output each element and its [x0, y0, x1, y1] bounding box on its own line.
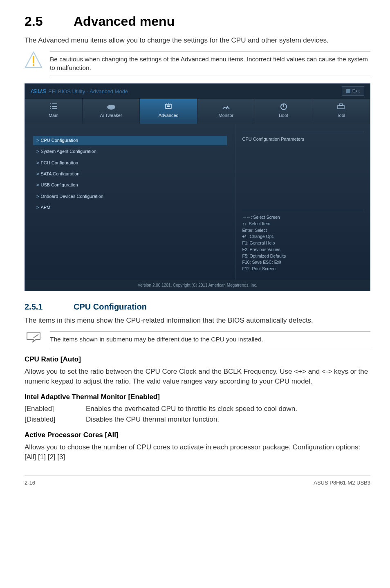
warning-icon [25, 51, 43, 68]
tab-ai-tweaker-label: Ai Tweaker [100, 113, 122, 118]
tab-tool-label: Tool [337, 113, 345, 118]
note-text: The items shown in submenu may be differ… [50, 331, 370, 348]
bios-footer: Version 2.00.1201. Copyright (C) 2011 Am… [25, 280, 370, 291]
bios-tab-bar: Main Ai Tweaker Advanced Monitor Boot To… [25, 99, 370, 124]
info-panel-title: CPU Configuration Parameters [242, 132, 363, 142]
menu-sata-configuration[interactable]: >SATA Configuration [33, 169, 227, 179]
cpu-ratio-heading: CPU Ratio [Auto] [25, 355, 370, 364]
hint-line: F5: Optimized Defaults [242, 253, 363, 260]
option-row: [Disabled] Disables the CPU thermal moni… [25, 415, 370, 424]
product-name: ASUS P8H61-M2 USB3 [314, 479, 370, 487]
cpu-ratio-body: Allows you to set the ratio between the … [25, 367, 370, 386]
option-row: [Enabled] Enables the overheated CPU to … [25, 404, 370, 414]
option-key: [Enabled] [25, 404, 86, 414]
menu-label: APM [40, 205, 50, 210]
exit-icon [346, 89, 350, 93]
hint-line: F12: Print Screen [242, 266, 363, 272]
bios-info-panel: CPU Configuration Parameters →←: Select … [235, 124, 370, 280]
section-heading: 2.5Advanced menu [25, 12, 370, 31]
hint-line: +/-: Change Opt. [242, 233, 363, 240]
brand-logo: /SUS [31, 88, 47, 94]
caution-text: Be cautious when changing the settings o… [50, 51, 370, 76]
tab-main-label: Main [49, 113, 58, 118]
tab-tool[interactable]: Tool [312, 99, 370, 123]
option-desc: Enables the overheated CPU to throttle i… [86, 404, 297, 414]
intro-paragraph: The Advanced menu items allow you to cha… [25, 36, 370, 45]
note-icon [25, 331, 43, 343]
page-number: 2-16 [25, 479, 35, 487]
tool-icon [336, 103, 345, 110]
menu-label: PCH Configuration [40, 160, 78, 165]
power-icon [280, 103, 288, 110]
bios-brand: /SUSEFI BIOS Utility - Advanced Mode [31, 87, 128, 95]
tab-advanced-label: Advanced [159, 113, 179, 118]
section-title-text: Advanced menu [74, 14, 175, 29]
tab-monitor-label: Monitor [219, 113, 234, 118]
menu-cpu-configuration[interactable]: >CPU Configuration [33, 136, 227, 145]
hint-line: F1: General Help [242, 240, 363, 247]
cores-body: Allows you to choose the number of CPU c… [25, 442, 370, 462]
menu-usb-configuration[interactable]: >USB Configuration [33, 180, 227, 190]
chevron-right-icon: > [36, 171, 39, 176]
key-hints: →←: Select Screen ↑↓: Select Item Enter:… [242, 210, 363, 272]
subsection-title: CPU Configuration [74, 302, 147, 311]
svg-rect-22 [339, 104, 343, 105]
chevron-right-icon: > [36, 194, 39, 199]
tab-boot[interactable]: Boot [255, 99, 313, 123]
tab-main[interactable]: Main [25, 99, 83, 123]
section-number: 2.5 [25, 12, 74, 31]
subsection-intro: The items in this menu show the CPU-rela… [25, 316, 370, 325]
tab-monitor[interactable]: Monitor [197, 99, 255, 123]
chevron-right-icon: > [36, 160, 39, 165]
svg-point-2 [33, 64, 34, 65]
bios-titlebar: /SUSEFI BIOS Utility - Advanced Mode Exi… [25, 84, 370, 99]
note-callout: The items shown in submenu may be differ… [25, 331, 370, 348]
option-key: [Disabled] [25, 415, 86, 424]
hint-line: F2: Previous Values [242, 247, 363, 253]
tab-ai-tweaker[interactable]: Ai Tweaker [83, 99, 140, 123]
list-icon [49, 103, 58, 110]
menu-label: CPU Configuration [40, 138, 78, 143]
chevron-right-icon: > [36, 182, 39, 187]
exit-label: Exit [352, 88, 360, 94]
svg-rect-21 [338, 105, 344, 109]
svg-rect-11 [167, 105, 170, 107]
menu-apm[interactable]: >APM [33, 203, 227, 212]
chevron-right-icon: > [36, 138, 39, 143]
hint-line: Enter: Select [242, 227, 363, 234]
hint-line: F10: Save ESC: Exit [242, 259, 363, 266]
chevron-right-icon: > [36, 149, 39, 154]
gauge-icon [222, 103, 230, 110]
page-footer: 2-16 ASUS P8H61-M2 USB3 [25, 476, 370, 487]
cloud-icon [106, 103, 116, 110]
hint-line: →←: Select Screen [242, 214, 363, 221]
option-desc: Disables the CPU thermal monitor functio… [86, 415, 219, 424]
menu-label: System Agent Configuration [40, 149, 96, 154]
menu-label: SATA Configuration [40, 171, 79, 176]
caution-callout: Be cautious when changing the settings o… [25, 51, 370, 76]
chevron-right-icon: > [36, 205, 39, 210]
menu-label: USB Configuration [40, 182, 78, 187]
menu-label: Onboard Devices Configuration [40, 194, 103, 199]
thermal-heading: Intel Adaptive Thermal Monitor [Enabled] [25, 392, 370, 402]
tab-advanced[interactable]: Advanced [140, 99, 197, 123]
bios-utility-label: EFI BIOS Utility - Advanced Mode [48, 88, 128, 94]
hint-line: ↑↓: Select Item [242, 221, 363, 227]
menu-system-agent-configuration[interactable]: >System Agent Configuration [33, 147, 227, 156]
bios-menu-panel: >CPU Configuration >System Agent Configu… [25, 124, 235, 280]
menu-pch-configuration[interactable]: >PCH Configuration [33, 158, 227, 168]
tab-boot-label: Boot [279, 113, 288, 118]
bios-body: >CPU Configuration >System Agent Configu… [25, 124, 370, 280]
bios-window: /SUSEFI BIOS Utility - Advanced Mode Exi… [25, 83, 370, 291]
exit-button[interactable]: Exit [342, 86, 364, 96]
subsection-heading: 2.5.1CPU Configuration [25, 301, 370, 312]
cores-heading: Active Processor Cores [All] [25, 430, 370, 440]
chip-icon [164, 103, 173, 110]
subsection-number: 2.5.1 [25, 301, 74, 312]
menu-onboard-devices-configuration[interactable]: >Onboard Devices Configuration [33, 192, 227, 201]
